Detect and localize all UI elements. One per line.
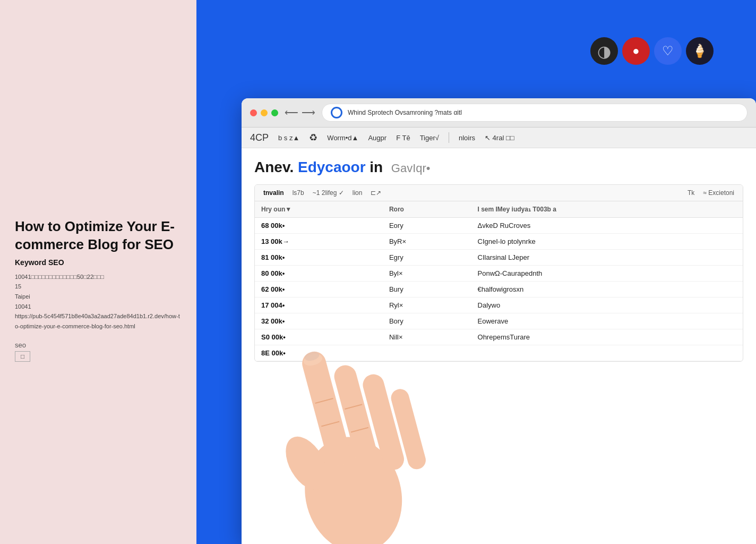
vol-cell: 62 00k• (255, 282, 383, 298)
traffic-lights (250, 109, 278, 116)
name-cell: ΔvkeD RuCroves (471, 218, 743, 234)
meta-link[interactable]: https://pub-5c454f571b8e40a3a2aad27ade84… (15, 313, 180, 329)
toolbar-tiger[interactable]: Tiger√ (420, 134, 439, 142)
table-row: 80 00k• Byl× PonwΩ-Caurapednth (255, 266, 743, 282)
seo-label: seo (15, 341, 26, 349)
back-button[interactable]: ⟵ (285, 107, 298, 118)
meta-line3: Taipei (15, 292, 182, 302)
icon-dark1: ◑ (590, 37, 618, 65)
icon-red: ● (622, 37, 650, 65)
vol-cell: 8E 00k• (255, 345, 383, 361)
toolbar-augpr[interactable]: Augpr (368, 134, 386, 142)
seo-tag: seo □ (15, 341, 182, 362)
toolbar-home[interactable]: 4CP (250, 132, 269, 143)
browser-toolbar: 4CP b s z▲ ♻ Worm•d▲ Augpr F Tē Tiger√ n… (242, 128, 756, 148)
address-bar[interactable]: Whind Sprotech Ovsamroning ?mats αitl (322, 104, 748, 122)
vol-cell: 68 00k• (255, 218, 383, 234)
meta-line2: 15 (15, 282, 182, 292)
article-info: How to Optimize Your E-commerce Blog for… (15, 218, 182, 362)
meta-line4: 10041 (15, 302, 182, 312)
cat-cell: Eory (383, 218, 471, 234)
name-cell: OhrepemsTurare (471, 329, 743, 345)
table-toolbar-arrow[interactable]: ⊏↗ (371, 189, 381, 197)
table-toolbar-lifeg[interactable]: ~1 2lifeg ✓ (313, 189, 344, 197)
address-circle-icon (331, 107, 342, 118)
vol-cell: 17 004• (255, 298, 383, 313)
cat-cell: ByR× (383, 234, 471, 250)
browser-window: ⟵ ⟶ Whind Sprotech Ovsamroning ?mats αit… (242, 98, 756, 544)
name-cell: Dalywo (471, 298, 743, 313)
cat-cell: Byl× (383, 266, 471, 282)
article-meta: 10041□□□□□□□□□□□□□50□22□□□ 15 Taipei 100… (15, 272, 182, 332)
name-cell: €halfowigrosxn (471, 282, 743, 298)
name-cell (471, 345, 743, 361)
table-row: 8E 00k• (255, 345, 743, 361)
table-row: 68 00k• Eory ΔvkeD RuCroves (255, 218, 743, 234)
cat-cell: Ryl× (383, 298, 471, 313)
col-name: I sem IMey iudya₁ T003b a (471, 201, 743, 218)
browser-chrome: ⟵ ⟶ Whind Sprotech Ovsamroning ?mats αit… (242, 98, 756, 128)
name-cell: CIlarsinal LJeper (471, 250, 743, 266)
table-header-row: Hry oun▼ Roro I sem IMey iudya₁ T003b a (255, 201, 743, 218)
table-body: 68 00k• Eory ΔvkeD RuCroves 13 00k→ ByR×… (255, 218, 743, 361)
left-panel: How to Optimize Your E-commerce Blog for… (0, 0, 196, 544)
cat-cell: Bory (383, 313, 471, 329)
name-cell: CIgneI-lo ptolynrke (471, 234, 743, 250)
keyword-label: Keyword SEO (15, 258, 182, 267)
name-cell: Eowerave (471, 313, 743, 329)
table-toolbar-tk[interactable]: Tk (688, 189, 694, 197)
right-panel: ◑ ● ♡ 🍦 ⟵ ⟶ Whind Sprotech Ovs (196, 0, 756, 544)
table-row: 13 00k→ ByR× CIgneI-lo ptolynrke (255, 234, 743, 250)
vol-cell: 32 00k• (255, 313, 383, 329)
nav-buttons: ⟵ ⟶ (285, 107, 315, 118)
table-row: 81 00k• Egry CIlarsinal LJeper (255, 250, 743, 266)
table-toolbar-ls7b[interactable]: ls7b (293, 189, 304, 197)
top-icons: ◑ ● ♡ 🍦 (590, 37, 714, 65)
cat-cell: Egry (383, 250, 471, 266)
vol-cell: 81 00k• (255, 250, 383, 266)
toolbar-item-2[interactable]: b s z▲ (278, 134, 299, 142)
vol-cell: 13 00k→ (255, 234, 383, 250)
content-title-plain: Anev. (254, 159, 298, 175)
traffic-light-red[interactable] (250, 109, 257, 116)
table-row: 32 00k• Bory Eowerave (255, 313, 743, 329)
table-toolbar: tnvalin ls7b ~1 2lifeg ✓ lion ⊏↗ Tk ≈ Ex… (255, 185, 743, 201)
table-row: S0 00k• Nill× OhrepemsTurare (255, 329, 743, 345)
table-row: 17 004• Ryl× Dalywo (255, 298, 743, 313)
traffic-light-yellow[interactable] (261, 109, 268, 116)
forward-button[interactable]: ⟶ (302, 107, 315, 118)
data-table-container: tnvalin ls7b ~1 2lifeg ✓ lion ⊏↗ Tk ≈ Ex… (254, 184, 743, 362)
toolbar-worm[interactable]: Worm•d▲ (327, 134, 358, 142)
toolbar-4ral[interactable]: ↖ 4ral □□ (485, 134, 514, 142)
data-table: Hry oun▼ Roro I sem IMey iudya₁ T003b a … (255, 201, 743, 361)
icon-dark2: 🍦 (686, 37, 714, 65)
cat-cell: Bury (383, 282, 471, 298)
icon-heart: ♡ (654, 37, 682, 65)
table-toolbar-lion[interactable]: lion (353, 189, 363, 197)
tag-box: □ (15, 351, 30, 362)
address-text: Whind Sprotech Ovsamroning ?mats αitl (348, 109, 738, 116)
vol-cell: 80 00k• (255, 266, 383, 282)
article-title: How to Optimize Your E-commerce Blog for… (15, 218, 182, 254)
col-vol: Hry oun▼ (255, 201, 383, 218)
vol-cell: S0 00k• (255, 329, 383, 345)
traffic-light-green[interactable] (271, 109, 278, 116)
content-title-rest: in GavIqr• (366, 159, 431, 175)
table-toolbar-excietoni[interactable]: ≈ Excietoni (703, 189, 734, 197)
cat-cell (383, 345, 471, 361)
toolbar-f-te[interactable]: F Tē (396, 134, 410, 142)
name-cell: PonwΩ-Caurapednth (471, 266, 743, 282)
cat-cell: Nill× (383, 329, 471, 345)
content-title-blue: Edycaoor (298, 159, 366, 175)
toolbar-divider (449, 132, 449, 143)
content-header: Anev. Edycaoor in GavIqr• (254, 159, 743, 176)
col-cat: Roro (383, 201, 471, 218)
toolbar-nloirs[interactable]: nloirs (459, 134, 475, 142)
table-toolbar-tnvalin[interactable]: tnvalin (263, 189, 284, 197)
table-head: Hry oun▼ Roro I sem IMey iudya₁ T003b a (255, 201, 743, 218)
toolbar-refresh[interactable]: ♻ (309, 132, 317, 143)
browser-content: Anev. Edycaoor in GavIqr• tnvalin ls7b ~… (242, 148, 756, 544)
table-row: 62 00k• Bury €halfowigrosxn (255, 282, 743, 298)
meta-line1: 10041□□□□□□□□□□□□□50□22□□□ (15, 272, 182, 282)
